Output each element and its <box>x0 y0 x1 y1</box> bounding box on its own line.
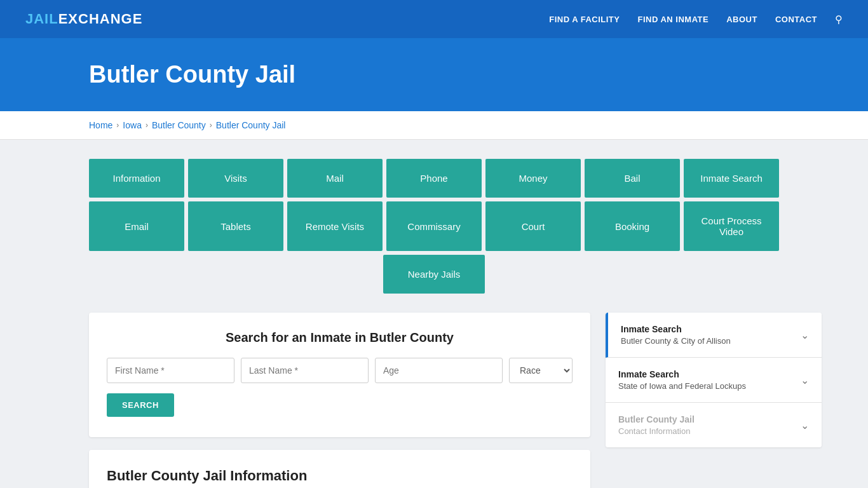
main-content: Information Visits Mail Phone Money Bail… <box>0 140 868 488</box>
site-logo[interactable]: JAILEXCHANGE <box>25 11 142 27</box>
chevron-down-icon-3: ⌄ <box>801 419 809 431</box>
btn-tablets[interactable]: Tablets <box>188 201 283 251</box>
btn-court-process-video[interactable]: Court Process Video <box>684 201 779 251</box>
btn-phone[interactable]: Phone <box>386 159 482 198</box>
sidebar-label-iowa: Inmate Search <box>618 369 746 379</box>
sidebar-label-butler: Inmate Search <box>621 324 731 334</box>
search-button[interactable]: SEARCH <box>107 393 174 417</box>
content-row: Search for an Inmate in Butler County Ra… <box>89 313 779 488</box>
inmate-search-box: Search for an Inmate in Butler County Ra… <box>89 313 590 437</box>
info-title: Butler County Jail Information <box>107 468 573 484</box>
sidebar-label-contact: Butler County Jail <box>618 414 695 424</box>
search-fields: Race White Black Hispanic Asian Other <box>107 358 573 383</box>
btn-visits[interactable]: Visits <box>188 159 283 198</box>
breadcrumb-iowa[interactable]: Iowa <box>123 120 142 130</box>
age-input[interactable] <box>375 358 503 383</box>
chevron-down-icon-2: ⌄ <box>801 374 809 386</box>
sidebar-item-text-iowa: Inmate Search State of Iowa and Federal … <box>618 369 746 391</box>
btn-booking[interactable]: Booking <box>585 201 680 251</box>
nav-find-inmate[interactable]: FIND AN INMATE <box>637 15 709 24</box>
info-section: Butler County Jail Information <box>89 450 590 488</box>
page-title: Butler County Jail <box>89 61 843 88</box>
first-name-input[interactable] <box>107 358 234 383</box>
sidebar-item-contact-info[interactable]: Butler County Jail Contact Information ⌄ <box>606 403 822 447</box>
search-icon[interactable]: ⚲ <box>835 13 843 25</box>
btn-mail[interactable]: Mail <box>287 159 383 198</box>
chevron-down-icon: ⌄ <box>801 329 809 341</box>
sidebar-item-text-butler: Inmate Search Butler County & City of Al… <box>621 324 731 346</box>
main-nav: FIND A FACILITY FIND AN INMATE ABOUT CON… <box>549 13 843 25</box>
sidebar-item-text-contact: Butler County Jail Contact Information <box>618 414 695 436</box>
left-panel: Search for an Inmate in Butler County Ra… <box>89 313 590 488</box>
sidebar-item-inmate-search-butler[interactable]: Inmate Search Butler County & City of Al… <box>606 313 822 358</box>
nav-contact[interactable]: CONTACT <box>775 15 817 24</box>
btn-information[interactable]: Information <box>89 159 184 198</box>
breadcrumb-sep-3: › <box>210 121 212 130</box>
right-sidebar: Inmate Search Butler County & City of Al… <box>606 313 822 447</box>
nav-find-facility[interactable]: FIND A FACILITY <box>549 15 620 24</box>
btn-bail[interactable]: Bail <box>585 159 680 198</box>
logo-part2: EXCHANGE <box>58 11 143 27</box>
btn-email[interactable]: Email <box>89 201 184 251</box>
breadcrumb-sep-1: › <box>116 121 119 130</box>
breadcrumb-butler-county[interactable]: Butler County <box>152 120 206 130</box>
btn-court[interactable]: Court <box>485 201 581 251</box>
sidebar-sublabel-contact: Contact Information <box>618 426 695 436</box>
btn-commissary[interactable]: Commissary <box>386 201 482 251</box>
logo-part1: JAIL <box>25 11 58 27</box>
race-select[interactable]: Race White Black Hispanic Asian Other <box>509 358 573 383</box>
sidebar-sublabel-iowa: State of Iowa and Federal Lockups <box>618 381 746 391</box>
btn-nearby-jails[interactable]: Nearby Jails <box>383 255 485 294</box>
breadcrumb-current: Butler County Jail <box>216 120 286 130</box>
site-header: JAILEXCHANGE FIND A FACILITY FIND AN INM… <box>0 0 868 38</box>
last-name-input[interactable] <box>241 358 369 383</box>
breadcrumb-home[interactable]: Home <box>89 120 112 130</box>
btn-inmate-search[interactable]: Inmate Search <box>684 159 779 198</box>
sidebar-sublabel-butler: Butler County & City of Allison <box>621 336 731 346</box>
nav-about[interactable]: ABOUT <box>726 15 757 24</box>
category-button-grid: Information Visits Mail Phone Money Bail… <box>89 159 779 294</box>
breadcrumb-sep-2: › <box>146 121 148 130</box>
btn-money[interactable]: Money <box>485 159 581 198</box>
breadcrumb: Home › Iowa › Butler County › Butler Cou… <box>0 111 868 140</box>
btn-remote-visits[interactable]: Remote Visits <box>287 201 383 251</box>
sidebar-item-inmate-search-iowa[interactable]: Inmate Search State of Iowa and Federal … <box>606 358 822 403</box>
hero-section: Butler County Jail <box>0 38 868 111</box>
search-title: Search for an Inmate in Butler County <box>107 330 573 345</box>
